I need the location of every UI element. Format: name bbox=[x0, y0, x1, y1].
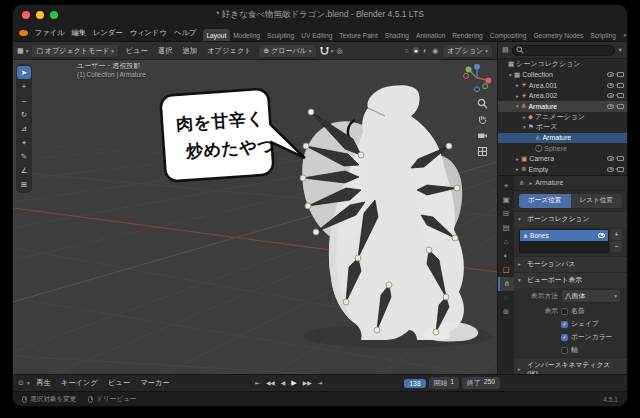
camera-view-icon[interactable] bbox=[477, 130, 488, 141]
blender-logo-icon[interactable] bbox=[19, 30, 28, 36]
disclosure-icon[interactable]: ▾ bbox=[521, 124, 528, 130]
panel-motion-paths[interactable]: ▸ モーションパス bbox=[514, 256, 627, 272]
menu-object[interactable]: オブジェクト bbox=[204, 44, 256, 58]
tab-rendering[interactable]: Rendering bbox=[449, 29, 486, 42]
menu-view[interactable]: ビュー bbox=[122, 44, 151, 58]
disclosure-icon[interactable]: ▸ bbox=[514, 156, 521, 162]
tab-texture-paint[interactable]: Texture Paint bbox=[336, 29, 381, 42]
filter-funnel-icon[interactable]: ▼ bbox=[618, 47, 623, 53]
outliner-row-collection[interactable]: ▾ ▦ Collection bbox=[498, 70, 627, 81]
start-frame-field[interactable]: 開始 1 bbox=[429, 377, 459, 389]
orthographic-grid-icon[interactable] bbox=[477, 146, 488, 157]
hide-eye-icon[interactable] bbox=[607, 104, 614, 109]
hide-eye-icon[interactable] bbox=[607, 83, 614, 88]
disclosure-icon[interactable]: ▾ bbox=[514, 103, 521, 109]
outliner-row-area-002[interactable]: ▸ ☀ Area.002 bbox=[498, 91, 627, 102]
tab-object-data[interactable]: ⋔ bbox=[498, 277, 514, 291]
tab-tool[interactable]: ⌖ bbox=[498, 179, 514, 193]
menu-select[interactable]: 選択 bbox=[154, 44, 176, 58]
breadcrumb-object-name[interactable]: Armature bbox=[535, 179, 563, 186]
options-dropdown[interactable]: オプション ▾ bbox=[442, 44, 493, 58]
minimize-window-button[interactable] bbox=[36, 11, 44, 19]
menu-file[interactable]: ファイル bbox=[31, 26, 68, 40]
mode-dropdown[interactable]: ▢ オブジェクトモード ▾ bbox=[31, 44, 119, 58]
display-as-dropdown[interactable]: 八面体 ▾ bbox=[561, 289, 621, 303]
outliner-search-input[interactable] bbox=[512, 45, 615, 56]
outliner-row-area-001[interactable]: ▸ ☀ Area.001 bbox=[498, 80, 627, 91]
menu-marker[interactable]: マーカー bbox=[137, 376, 174, 390]
tab-modeling[interactable]: Modeling bbox=[230, 29, 264, 42]
timeline-editor-icon[interactable]: ⊙ bbox=[18, 379, 24, 387]
navigation-gizmo[interactable] bbox=[462, 63, 492, 97]
previous-keyframe-button[interactable]: ◀◀ bbox=[264, 379, 277, 387]
add-workspace-button[interactable]: + bbox=[619, 29, 627, 42]
tab-animation[interactable]: Animation bbox=[412, 29, 448, 42]
outliner-row-animation[interactable]: ▸ ◆ アニメーション bbox=[498, 112, 627, 123]
proportional-editing-icon[interactable]: ◎ bbox=[336, 47, 342, 55]
zoom-window-button[interactable] bbox=[50, 11, 58, 19]
jump-to-start-button[interactable]: ⇤ bbox=[253, 379, 262, 387]
render-visibility-icon[interactable] bbox=[617, 167, 624, 172]
editor-type-button[interactable]: ▦ ▾ bbox=[17, 47, 28, 55]
menu-render[interactable]: レンダー bbox=[89, 26, 126, 40]
tab-object[interactable]: ▢ bbox=[498, 263, 514, 277]
pan-hand-icon[interactable] bbox=[477, 114, 488, 125]
tab-compositing[interactable]: Compositing bbox=[486, 29, 530, 42]
axes-checkbox[interactable] bbox=[561, 347, 568, 354]
add-primitive-tool[interactable]: ⊞ bbox=[17, 178, 31, 191]
play-reverse-button[interactable]: ◀ bbox=[279, 379, 287, 387]
menu-timeline-view[interactable]: ビュー bbox=[104, 376, 133, 390]
tab-shading[interactable]: Shading bbox=[381, 29, 412, 42]
outliner-row-camera[interactable]: ▸ ▣ Camera bbox=[498, 154, 627, 165]
panel-inverse-kinematics[interactable]: ▸ インバースキネマティクス (IK) bbox=[514, 357, 627, 375]
transform-orientation-dropdown[interactable]: ⊕ グローバル ▾ bbox=[258, 44, 316, 58]
current-frame-field[interactable]: 138 bbox=[404, 379, 425, 388]
shading-wireframe-button[interactable]: ○ bbox=[404, 47, 410, 54]
snap-toggle[interactable]: ▾ bbox=[320, 46, 334, 56]
zoom-icon[interactable] bbox=[477, 98, 488, 109]
hide-eye-icon[interactable] bbox=[607, 167, 614, 172]
disclosure-icon[interactable]: ▸ bbox=[514, 93, 521, 99]
cursor-tool[interactable]: + bbox=[17, 80, 31, 93]
shading-rendered-button[interactable]: ◉ bbox=[431, 47, 439, 55]
tab-geometry-nodes[interactable]: Geometry Nodes bbox=[530, 29, 587, 42]
outliner-row-armature-data[interactable]: ⋔ Armature bbox=[498, 133, 627, 144]
outliner-row-armature-object[interactable]: ▾ ⋔ Armature bbox=[498, 101, 627, 112]
disclosure-icon[interactable]: ▸ bbox=[521, 114, 528, 120]
shapes-checkbox[interactable]: ✓ bbox=[561, 321, 568, 328]
rotate-tool[interactable]: ↻ bbox=[17, 108, 31, 121]
render-visibility-icon[interactable] bbox=[617, 93, 624, 98]
panel-bone-collections[interactable]: ▾ ボーンコレクション bbox=[514, 211, 627, 227]
tab-scene[interactable]: ⌂ bbox=[498, 235, 514, 249]
render-visibility-icon[interactable] bbox=[617, 83, 624, 88]
hide-eye-icon[interactable] bbox=[607, 93, 614, 98]
outliner-editor-icon[interactable]: ▤ bbox=[502, 46, 509, 54]
select-box-tool[interactable]: ➤ bbox=[17, 66, 31, 79]
tab-uv-editing[interactable]: UV Editing bbox=[298, 29, 336, 42]
tab-scripting[interactable]: Scripting bbox=[587, 29, 620, 42]
menu-add[interactable]: 追加 bbox=[179, 44, 201, 58]
render-visibility-icon[interactable] bbox=[617, 72, 624, 77]
render-visibility-icon[interactable] bbox=[617, 104, 624, 109]
menu-window[interactable]: ウィンドウ bbox=[126, 26, 170, 40]
render-visibility-icon[interactable] bbox=[617, 156, 624, 161]
add-collection-button[interactable]: + bbox=[611, 229, 622, 240]
viewport-3d[interactable]: 肉を甘辛く 炒めたやつ ユーザー・透視投影 (1) Collection | A… bbox=[13, 60, 497, 374]
play-button[interactable]: ▶ bbox=[289, 378, 298, 388]
shading-solid-button[interactable]: ● bbox=[413, 47, 419, 54]
rest-position-button[interactable]: レスト位置 bbox=[571, 194, 623, 208]
remove-collection-button[interactable]: − bbox=[611, 241, 622, 252]
annotate-tool[interactable]: ✎ bbox=[17, 150, 31, 163]
bone-collection-item[interactable]: ⋔ Bones bbox=[520, 230, 608, 241]
panel-viewport-display[interactable]: ▾ ビューポート表示 bbox=[514, 272, 627, 288]
bone-colors-checkbox[interactable]: ✓ bbox=[561, 334, 568, 341]
collection-visibility-eye-icon[interactable] bbox=[598, 233, 605, 238]
tab-constraints[interactable]: ⊛ bbox=[498, 305, 514, 319]
scale-tool[interactable]: ⊿ bbox=[17, 122, 31, 135]
tab-view-layer[interactable]: ▤ bbox=[498, 221, 514, 235]
names-checkbox[interactable] bbox=[561, 308, 568, 315]
disclosure-icon[interactable]: ▾ bbox=[507, 72, 514, 78]
move-tool[interactable]: ↔ bbox=[17, 94, 31, 107]
menu-playback[interactable]: 再生 bbox=[33, 376, 55, 390]
outliner-row-empty[interactable]: ▸ ⊕ Empty bbox=[498, 164, 627, 175]
